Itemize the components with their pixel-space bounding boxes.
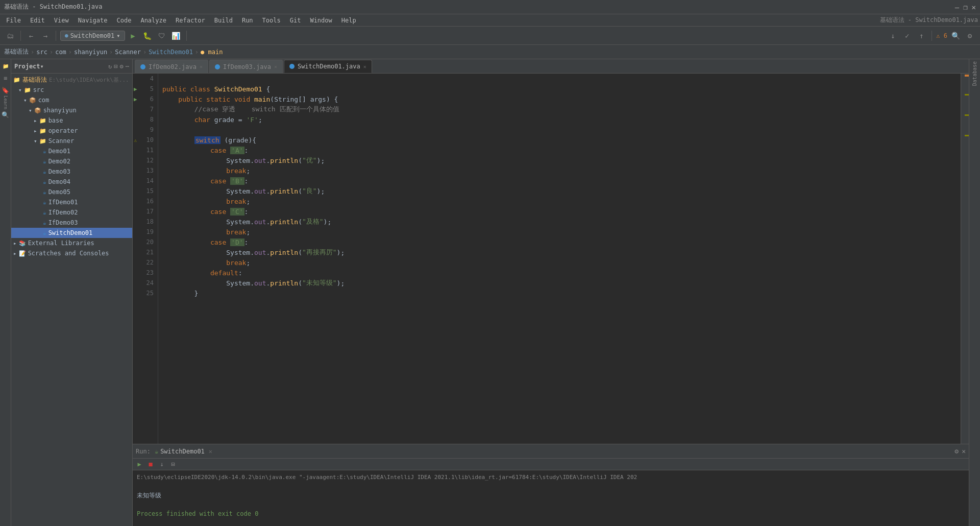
tree-src[interactable]: ▾ 📁 src bbox=[11, 85, 132, 95]
collapse-all-icon[interactable]: ⊟ bbox=[114, 63, 117, 70]
run-filter-btn[interactable]: ⊟ bbox=[168, 460, 178, 469]
line-16: 16 bbox=[133, 196, 158, 206]
menu-edit[interactable]: Edit bbox=[26, 16, 49, 25]
run-scroll-btn[interactable]: ↓ bbox=[157, 460, 166, 469]
run-tab-close[interactable]: ✕ bbox=[209, 448, 212, 455]
run-settings-icon[interactable]: ⚙ bbox=[954, 447, 959, 455]
menu-file[interactable]: File bbox=[2, 16, 25, 25]
line-4: 4 bbox=[133, 74, 158, 84]
debug-btn[interactable]: 🐛 bbox=[141, 30, 154, 42]
run-controls: ▶ ■ ↓ ⊟ bbox=[133, 459, 969, 470]
tab-ifdemo03[interactable]: IfDemo03.java ✕ bbox=[209, 60, 283, 73]
breadcrumb-com[interactable]: com bbox=[55, 49, 66, 56]
tree-demo05[interactable]: ☕ Demo05 bbox=[11, 187, 132, 197]
bookmarks-icon[interactable]: 🔖 bbox=[1, 86, 10, 95]
code-editor[interactable]: 4 ▶5 ▶6 7 8 9 ⚠10 11 12 13 1 bbox=[133, 74, 969, 444]
find-icon[interactable]: 🔍 bbox=[1, 110, 10, 119]
window-title: 基础语法 - SwitchDemo01.java bbox=[4, 3, 103, 11]
tab-ifdemo02[interactable]: IfDemo02.java ✕ bbox=[135, 60, 208, 73]
menu-run[interactable]: Run bbox=[238, 16, 257, 25]
tree-root[interactable]: 📁 基础语法 E:\study\IDEA\work\基... bbox=[11, 75, 132, 85]
tree-scanner[interactable]: ▾ 📁 Scanner bbox=[11, 136, 132, 146]
close-button[interactable]: ✕ bbox=[972, 3, 976, 11]
run-tab-icon: ☕ bbox=[155, 448, 158, 455]
structure-icon[interactable]: ≡ bbox=[1, 74, 10, 83]
tree-shanyiyun[interactable]: ▾ 📦 shanyiyun bbox=[11, 105, 132, 115]
code-line-12: System.out.println("优"); bbox=[162, 155, 961, 165]
menu-help[interactable]: Help bbox=[337, 16, 360, 25]
menu-build[interactable]: Build bbox=[210, 16, 237, 25]
project-sidebar-icon[interactable]: 📁 bbox=[1, 61, 10, 70]
tree-demo04[interactable]: ☕ Demo04 bbox=[11, 177, 132, 187]
line-15: 15 bbox=[133, 186, 158, 196]
maximize-button[interactable]: ❐ bbox=[963, 3, 967, 11]
breadcrumb-sep-4: › bbox=[109, 49, 113, 56]
expand-icon[interactable]: ⋯ bbox=[126, 63, 129, 70]
code-content[interactable]: public class SwitchDemo01 { public stati… bbox=[158, 74, 961, 444]
breadcrumb-src[interactable]: src bbox=[36, 49, 47, 56]
run-restart-btn[interactable]: ▶ bbox=[135, 460, 144, 469]
run-output-result: 未知等级 bbox=[137, 491, 965, 500]
database-icon[interactable]: Database bbox=[972, 61, 977, 86]
menu-window[interactable]: Window bbox=[306, 16, 336, 25]
run-stop-btn[interactable]: ■ bbox=[146, 460, 155, 469]
breadcrumb-shanyiyun[interactable]: shanyiyun bbox=[74, 49, 107, 56]
minimize-button[interactable]: — bbox=[955, 3, 959, 11]
breadcrumb-method[interactable]: ● main bbox=[201, 49, 223, 56]
run-tab-switchdemo01[interactable]: ☕ SwitchDemo01 ✕ bbox=[155, 448, 212, 455]
tab-close-switchdemo01[interactable]: ✕ bbox=[363, 64, 366, 69]
sync-icon[interactable]: ↻ bbox=[108, 63, 112, 70]
run-config-selector[interactable]: ● SwitchDemo01 ▾ bbox=[60, 31, 125, 41]
project-panel-title: Project▾ bbox=[14, 63, 44, 70]
tab-switchdemo01[interactable]: SwitchDemo01.java ✕ bbox=[284, 60, 372, 73]
learn-icon[interactable]: Learn bbox=[1, 98, 10, 107]
menu-analyze[interactable]: Analyze bbox=[136, 16, 170, 25]
tree-ifdemo01[interactable]: ☕ IfDemo01 bbox=[11, 197, 132, 207]
tree-scratches[interactable]: ▸ 📝 Scratches and Consoles bbox=[11, 248, 132, 258]
tab-close-ifdemo02[interactable]: ✕ bbox=[200, 64, 203, 69]
back-btn[interactable]: ← bbox=[25, 30, 37, 42]
vcs-update-btn[interactable]: ↓ bbox=[887, 30, 899, 42]
project-tree: 📁 基础语法 E:\study\IDEA\work\基... ▾ 📁 src ▾… bbox=[11, 74, 132, 526]
tree-operater[interactable]: ▸ 📁 operater bbox=[11, 126, 132, 136]
vcs-commit-btn[interactable]: ✓ bbox=[901, 30, 913, 42]
forward-btn[interactable]: → bbox=[39, 30, 52, 42]
breadcrumb-project[interactable]: 基础语法 bbox=[4, 47, 29, 56]
tree-base[interactable]: ▸ 📁 base bbox=[11, 115, 132, 126]
tree-switchdemo01[interactable]: ☕ SwitchDemo01 bbox=[11, 228, 132, 238]
breadcrumb-scanner[interactable]: Scanner bbox=[115, 49, 141, 56]
menu-code[interactable]: Code bbox=[113, 16, 136, 25]
tree-demo02[interactable]: ☕ Demo02 bbox=[11, 156, 132, 166]
window-controls[interactable]: — ❐ ✕ bbox=[955, 3, 976, 11]
breadcrumb-sep-3: › bbox=[68, 49, 72, 56]
warnings-count[interactable]: ⚠ 6 bbox=[936, 32, 947, 39]
menu-view[interactable]: View bbox=[50, 16, 73, 25]
tree-demo03[interactable]: ☕ Demo03 bbox=[11, 166, 132, 177]
run-btn[interactable]: ▶ bbox=[127, 30, 139, 42]
profile-btn[interactable]: 📊 bbox=[170, 30, 182, 42]
project-icon-btn[interactable]: 🗂 bbox=[4, 30, 16, 42]
code-line-16: break; bbox=[162, 196, 961, 206]
tree-ifdemo03[interactable]: ☕ IfDemo03 bbox=[11, 218, 132, 228]
menu-tools[interactable]: Tools bbox=[258, 16, 285, 25]
code-line-14: case 'B': bbox=[162, 176, 961, 186]
tree-ifdemo02[interactable]: ☕ IfDemo02 bbox=[11, 207, 132, 218]
tree-demo01[interactable]: ☕ Demo01 bbox=[11, 146, 132, 156]
settings-btn[interactable]: ⚙ bbox=[964, 30, 976, 42]
settings-panel-icon[interactable]: ⚙ bbox=[120, 63, 124, 70]
breadcrumb-class[interactable]: SwitchDemo01 bbox=[149, 49, 193, 56]
tree-com[interactable]: ▾ 📦 com bbox=[11, 95, 132, 105]
coverage-btn[interactable]: 🛡 bbox=[156, 30, 168, 42]
tab-close-ifdemo03[interactable]: ✕ bbox=[274, 64, 277, 69]
menu-bar: File Edit View Navigate Code Analyze Ref… bbox=[0, 14, 980, 27]
line-20: 20 bbox=[133, 237, 158, 247]
menu-navigate[interactable]: Navigate bbox=[74, 16, 112, 25]
vcs-push-btn[interactable]: ↑ bbox=[915, 30, 927, 42]
menu-refactor[interactable]: Refactor bbox=[172, 16, 209, 25]
search-btn[interactable]: 🔍 bbox=[949, 30, 962, 42]
line-8: 8 bbox=[133, 114, 158, 125]
tree-external-libs[interactable]: ▸ 📚 External Libraries bbox=[11, 238, 132, 248]
toolbar-right: ↓ ✓ ↑ ⚠ 6 🔍 ⚙ bbox=[887, 30, 976, 42]
run-close-icon[interactable]: ✕ bbox=[962, 447, 966, 455]
menu-git[interactable]: Git bbox=[286, 16, 305, 25]
